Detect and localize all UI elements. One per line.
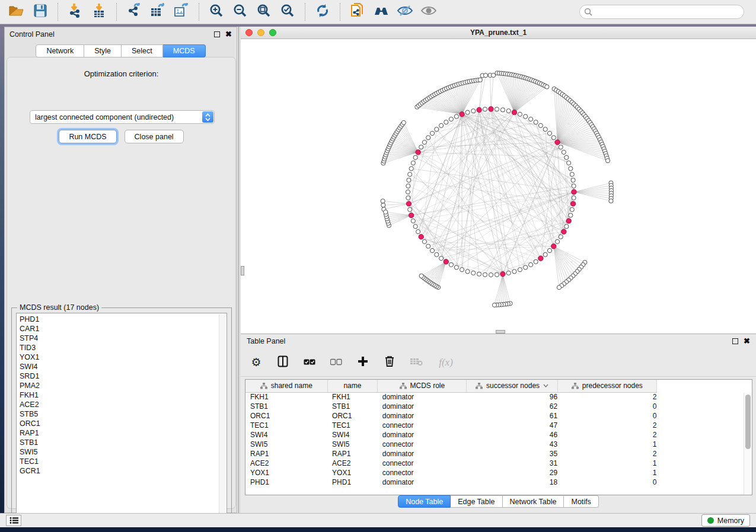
mcds-result-item[interactable]: RAP1 [17, 428, 227, 438]
mcds-list-scrollbar[interactable] [219, 314, 226, 521]
table-row[interactable]: SWI5SWI5connector431 [245, 440, 657, 449]
function-builder-button[interactable]: f(x) [436, 355, 456, 370]
export-table-button[interactable] [149, 3, 167, 21]
cell-mcds_role[interactable]: connector [378, 459, 467, 468]
table-row[interactable]: RAP1RAP1dominator352 [245, 449, 657, 459]
cell-shared_name[interactable]: STB1 [245, 402, 327, 411]
cell-successor_nodes[interactable]: 62 [467, 402, 557, 411]
table-row[interactable]: ACE2ACE2connector311 [245, 459, 657, 468]
import-network-button[interactable] [66, 3, 84, 21]
delete-table-button[interactable] [409, 355, 423, 370]
table-row[interactable]: ORC1ORC1dominator610 [245, 411, 657, 421]
tab-edge-table[interactable]: Edge Table [451, 495, 502, 508]
cell-predecessor_nodes[interactable]: 2 [557, 421, 656, 430]
mcds-result-item[interactable]: ORC1 [17, 419, 227, 428]
select-all-button[interactable] [302, 355, 317, 370]
cell-name[interactable]: PHD1 [327, 477, 378, 487]
delete-column-button[interactable] [382, 355, 397, 370]
cell-successor_nodes[interactable]: 31 [467, 459, 557, 468]
tab-network-table[interactable]: Network Table [503, 495, 564, 508]
table-scrollbar-thumb[interactable] [745, 395, 751, 449]
node-table[interactable]: shared namenameMCDS rolesuccessor nodesp… [245, 379, 752, 495]
cell-shared_name[interactable]: RAP1 [245, 449, 327, 459]
column-header-successor-nodes[interactable]: successor nodes [467, 380, 557, 392]
cell-shared_name[interactable]: FKH1 [245, 392, 327, 402]
import-table-button[interactable] [90, 3, 108, 21]
cell-shared_name[interactable]: SWI4 [245, 430, 327, 440]
mcds-result-item[interactable]: TID3 [17, 343, 227, 352]
cell-mcds_role[interactable]: connector [378, 468, 467, 477]
mcds-result-item[interactable]: SWI5 [17, 447, 227, 457]
mcds-result-item[interactable]: PMA2 [17, 381, 227, 390]
tab-motifs[interactable]: Motifs [564, 495, 598, 508]
cell-name[interactable]: SWI4 [327, 430, 378, 440]
splitter-handle[interactable] [241, 266, 244, 275]
cell-mcds_role[interactable]: dominator [378, 430, 467, 440]
mcds-result-item[interactable]: PHD1 [17, 315, 227, 324]
network-canvas[interactable] [241, 39, 756, 334]
table-row[interactable]: TEC1TEC1connector472 [245, 421, 657, 430]
cell-predecessor_nodes[interactable]: 2 [557, 392, 656, 402]
close-panel-icon[interactable]: ✖ [225, 31, 232, 37]
tab-select[interactable]: Select [122, 44, 163, 57]
table-row[interactable]: STB1STB1dominator620 [245, 402, 657, 411]
cell-predecessor_nodes[interactable]: 0 [557, 477, 656, 487]
cell-successor_nodes[interactable]: 96 [467, 392, 557, 402]
cell-name[interactable]: TEC1 [327, 421, 378, 430]
cell-name[interactable]: FKH1 [327, 392, 378, 402]
cell-successor_nodes[interactable]: 18 [467, 477, 557, 487]
cell-mcds_role[interactable]: dominator [378, 477, 467, 487]
cell-name[interactable]: RAP1 [327, 449, 378, 459]
cell-name[interactable]: ACE2 [327, 459, 378, 468]
close-panel-icon[interactable]: ✖ [744, 338, 750, 344]
mcds-result-item[interactable]: SRD1 [17, 371, 227, 381]
show-columns-button[interactable] [276, 355, 290, 370]
table-settings-button[interactable]: ⚙ [249, 355, 263, 370]
float-panel-icon[interactable] [214, 31, 220, 37]
criterion-dropdown[interactable]: largest connected component (undirected) [30, 110, 215, 124]
cell-mcds_role[interactable]: dominator [378, 449, 467, 459]
mcds-result-item[interactable]: STB1 [17, 438, 227, 447]
mcds-result-item[interactable]: ACE2 [17, 400, 227, 409]
cell-mcds_role[interactable]: connector [378, 421, 467, 430]
cell-shared_name[interactable]: PHD1 [245, 477, 327, 487]
export-network-button[interactable] [125, 3, 143, 21]
mcds-result-item[interactable]: FKH1 [17, 390, 227, 400]
zoom-selected-button[interactable] [279, 3, 296, 21]
cell-predecessor_nodes[interactable]: 2 [557, 449, 656, 459]
mcds-result-item[interactable]: CAR1 [17, 324, 227, 334]
cell-successor_nodes[interactable]: 35 [467, 449, 557, 459]
cell-successor_nodes[interactable]: 47 [467, 421, 557, 430]
column-header-shared-name[interactable]: shared name [245, 380, 327, 392]
open-session-button[interactable] [8, 3, 25, 21]
mcds-result-list[interactable]: PHD1CAR1STP4TID3YOX1SWI4SRD1PMA2FKH1ACE2… [16, 313, 227, 523]
run-mcds-button[interactable]: Run MCDS [59, 130, 116, 143]
apply-layout-button[interactable] [314, 3, 331, 21]
cell-successor_nodes[interactable]: 46 [467, 430, 557, 440]
mcds-result-item[interactable]: STP4 [17, 334, 227, 343]
zoom-fit-button[interactable] [255, 3, 273, 21]
export-image-button[interactable] [173, 3, 190, 21]
mcds-result-item[interactable]: GCR1 [17, 466, 227, 476]
search-input[interactable] [579, 5, 744, 19]
column-header-predecessor-nodes[interactable]: predecessor nodes [557, 380, 656, 392]
cell-shared_name[interactable]: TEC1 [245, 421, 327, 430]
cell-predecessor_nodes[interactable]: 0 [557, 411, 656, 421]
search-network-button[interactable] [372, 3, 390, 21]
float-panel-icon[interactable] [732, 338, 738, 344]
mcds-result-item[interactable]: TEC1 [17, 457, 227, 466]
close-panel-button[interactable]: Close panel [125, 130, 184, 143]
table-row[interactable]: FKH1FKH1dominator962 [245, 392, 657, 402]
export-network-file-button[interactable] [349, 3, 366, 21]
cell-mcds_role[interactable]: dominator [378, 411, 467, 421]
network-window-titlebar[interactable]: YPA_prune.txt_1 [241, 27, 756, 39]
deselect-all-button[interactable] [329, 355, 343, 370]
memory-button[interactable]: Memory [701, 514, 750, 527]
cell-predecessor_nodes[interactable]: 2 [557, 430, 656, 440]
table-row[interactable]: SWI4SWI4dominator462 [245, 430, 657, 440]
show-graphics-details-button[interactable] [420, 3, 438, 21]
cell-name[interactable]: YOX1 [327, 468, 378, 477]
cell-successor_nodes[interactable]: 29 [467, 468, 557, 477]
cell-name[interactable]: STB1 [327, 402, 378, 411]
zoom-out-button[interactable] [231, 3, 249, 21]
